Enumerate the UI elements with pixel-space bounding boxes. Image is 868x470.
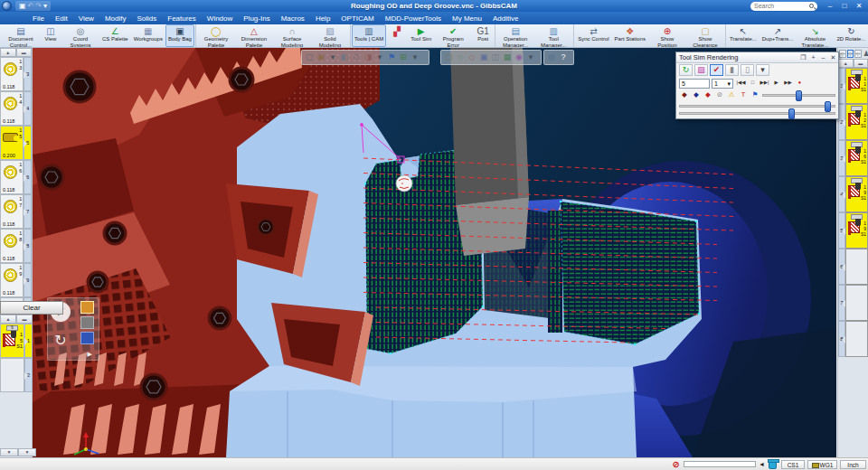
- ribbon-button[interactable]: ↘Absolute Translate...: [796, 24, 834, 47]
- pin-palette-icon[interactable]: +: [808, 52, 818, 62]
- overlay-tool-icon[interactable]: ▦: [502, 51, 513, 64]
- process-tile-tab[interactable]: 1: [24, 324, 33, 358]
- operation-tile-empty[interactable]: 8: [838, 321, 868, 357]
- maximize-button[interactable]: □: [837, 0, 852, 12]
- ribbon-button[interactable]: ↻2D Rotate...: [834, 24, 868, 47]
- menu-item[interactable]: File: [27, 14, 50, 23]
- overlay-tool-icon[interactable]: ▾: [374, 51, 385, 64]
- ribbon-button[interactable]: ↖Translate...: [727, 24, 760, 47]
- tool-tile[interactable]: 16 0.118 6: [0, 160, 32, 194]
- close-button[interactable]: ✕: [852, 0, 866, 12]
- overlay-tool-icon[interactable]: ▣: [316, 51, 326, 64]
- sim-transport-button[interactable]: |◀◀: [735, 78, 747, 89]
- float-palette-icon[interactable]: ❐: [798, 52, 808, 62]
- sim-transport-button[interactable]: ▶: [770, 78, 782, 89]
- ribbon-button[interactable]: ✔Program Error Checker: [434, 24, 472, 47]
- tool-sim-titlebar[interactable]: Tool Sim Rendering ❐ + – ✕: [676, 52, 838, 63]
- operation-tile-tab[interactable]: 3: [838, 140, 845, 176]
- sim-display-icon[interactable]: ⊘: [714, 90, 725, 100]
- tool-tile-tab[interactable]: 5: [24, 126, 32, 160]
- operation-collapse[interactable]: ▬: [854, 59, 868, 68]
- customize-qat-button[interactable]: ▾: [43, 1, 47, 11]
- ribbon-button[interactable]: G1Post: [472, 24, 494, 47]
- tool-tile-tab[interactable]: 9: [24, 263, 32, 297]
- tool-tile-tab[interactable]: 8: [24, 229, 32, 263]
- sim-detail-slider[interactable]: [762, 94, 835, 97]
- overlay-tool-icon[interactable]: ○: [455, 51, 466, 64]
- operation-tile[interactable]: 2 12S1: [838, 104, 868, 140]
- tool-list-scroll-up[interactable]: ▲: [0, 48, 16, 57]
- save-button[interactable]: ▣: [19, 1, 26, 11]
- sim-transport-button[interactable]: ▶▶|: [759, 78, 770, 89]
- sim-display-icon[interactable]: ◆: [679, 90, 690, 100]
- viewport-overlay-toolbar-zoom[interactable]: ◎?: [543, 50, 574, 65]
- sim-display-icon[interactable]: T: [738, 90, 749, 100]
- menu-item[interactable]: Modify: [99, 14, 132, 23]
- redo-button[interactable]: ↷: [35, 1, 42, 11]
- clear-button[interactable]: Clear: [0, 301, 63, 315]
- ribbon-button[interactable]: ⇄Sync Control: [575, 24, 611, 47]
- mini-palette-tool-icon[interactable]: [80, 301, 94, 314]
- ribbon-button[interactable]: ◯Geometry Palette: [197, 24, 235, 47]
- ribbon-button[interactable]: ▤Operation Manager...: [496, 24, 534, 47]
- ribbon-button[interactable]: ◎Coord Systems: [61, 24, 99, 47]
- operation-tile-tab[interactable]: 2: [838, 104, 845, 140]
- trash-icon[interactable]: [769, 460, 777, 469]
- process-scroll-down-row[interactable]: ▼▼: [0, 448, 36, 456]
- tool-tile[interactable]: 15 0.200 5: [0, 126, 32, 160]
- tool-tile-tab[interactable]: 6: [24, 160, 32, 194]
- sim-mode-icon[interactable]: ✔: [710, 64, 723, 76]
- process-collapse[interactable]: ▬: [16, 315, 33, 324]
- overlay-tool-icon[interactable]: ⊞: [398, 51, 409, 64]
- sim-display-icon[interactable]: ◆: [703, 90, 713, 100]
- overlay-tool-icon[interactable]: ◧: [339, 51, 350, 64]
- expand-arrow-icon[interactable]: ▶: [88, 351, 92, 358]
- ribbon-button[interactable]: ▥Tool Manager...: [534, 24, 572, 47]
- menu-item[interactable]: MDD-PowerTools: [380, 14, 447, 23]
- overlay-tool-icon[interactable]: ▾: [410, 51, 420, 64]
- operation-tile-tab[interactable]: 5: [838, 212, 845, 249]
- tool-tile[interactable]: 17 0.118 7: [0, 194, 32, 229]
- menu-item[interactable]: Features: [162, 14, 202, 23]
- mini-palette-blue-icon[interactable]: [80, 332, 94, 344]
- operation-tile[interactable]: 5 19S1: [838, 212, 868, 249]
- tool-tile[interactable]: 18 0.118 8: [0, 229, 32, 263]
- operation-tile-tab[interactable]: 1: [838, 68, 845, 104]
- ribbon-button[interactable]: ∠CS Palette: [99, 24, 131, 47]
- overlay-tool-icon[interactable]: ▾: [525, 51, 536, 64]
- process-tile-empty[interactable]: 2: [0, 358, 33, 392]
- sim-speed-slider[interactable]: [679, 112, 835, 115]
- sim-mode-icon[interactable]: ▨: [694, 64, 708, 76]
- wg-indicator-button[interactable]: WG1: [807, 460, 837, 469]
- tool-tile-tab[interactable]: 7: [24, 194, 32, 229]
- viewport-overlay-toolbar-view[interactable]: ▢○◇▣◫▦◉▾: [440, 50, 542, 65]
- close-palette-icon[interactable]: ✕: [828, 52, 838, 62]
- sim-count-dropdown[interactable]: 1▾: [712, 79, 733, 89]
- sync-marker-icon[interactable]: «|»: [854, 50, 862, 58]
- ribbon-button[interactable]: ▣Body Bag: [165, 24, 194, 47]
- operation-tile-empty[interactable]: 7: [838, 285, 868, 321]
- overlay-tool-icon[interactable]: ◎: [546, 51, 557, 64]
- menu-item[interactable]: OPTICAM: [335, 14, 379, 23]
- collapse-arrow-icon[interactable]: ◄: [759, 461, 765, 467]
- overlay-tool-icon[interactable]: ▢: [304, 51, 315, 64]
- sim-speed-input[interactable]: 5: [679, 79, 710, 89]
- sim-mode-icon[interactable]: ▯: [741, 64, 754, 76]
- menu-item[interactable]: Plug-Ins: [238, 14, 275, 23]
- units-button[interactable]: Inch: [840, 460, 866, 469]
- operation-tile[interactable]: 3 16S1: [838, 140, 868, 176]
- sim-transport-button[interactable]: ▶▶: [782, 78, 794, 89]
- menu-item[interactable]: Macros: [276, 14, 310, 23]
- overlay-tool-icon[interactable]: ▾: [327, 51, 338, 64]
- mini-palette-gray-icon[interactable]: [80, 316, 94, 329]
- sim-mode-icon[interactable]: ▾: [756, 64, 769, 76]
- sim-display-icon[interactable]: ⚠: [726, 90, 737, 100]
- ribbon-button[interactable]: ∩Surface Modeling: [273, 24, 311, 47]
- overlay-tool-icon[interactable]: ⚑: [386, 51, 397, 64]
- ribbon-button[interactable]: ▞: [386, 24, 408, 47]
- menu-item[interactable]: Edit: [50, 14, 73, 23]
- process-tile[interactable]: 6 15S1 1: [0, 324, 33, 358]
- undo-button[interactable]: ↶: [28, 1, 34, 11]
- operator-icon[interactable]: ♟: [863, 50, 868, 58]
- ribbon-button[interactable]: ⊕Show Position: [648, 24, 686, 47]
